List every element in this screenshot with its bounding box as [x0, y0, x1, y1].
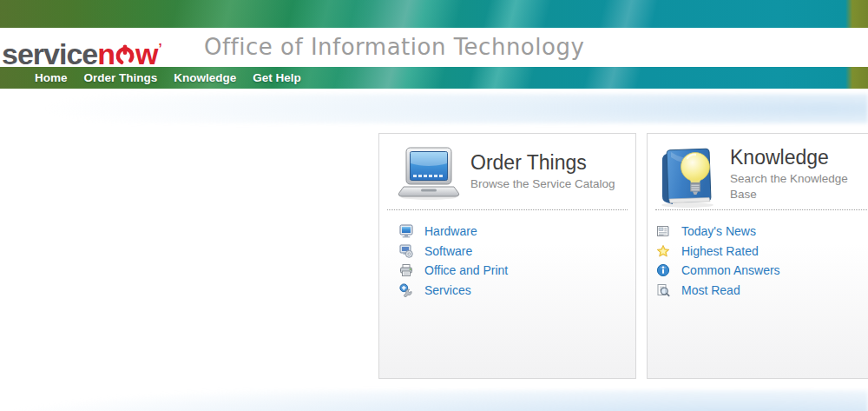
card-knowledge-header: Knowledge Search the Knowledge Base — [648, 134, 868, 209]
order-things-link-list: Hardware Software — [379, 222, 635, 300]
list-item: Hardware — [399, 222, 635, 242]
page-title: Office of Information Technology — [204, 34, 584, 60]
services-wrench-icon — [399, 283, 413, 297]
background-wisp-top — [0, 94, 868, 123]
nav-item-order-things[interactable]: Order Things — [84, 71, 158, 84]
page: servicenw’ Office of Information Technol… — [0, 0, 868, 411]
nav-item-home[interactable]: Home — [35, 71, 68, 84]
star-icon — [656, 244, 670, 258]
card-order-things-titles: Order Things Browse the Service Catalog — [470, 147, 615, 192]
software-disc-icon — [399, 244, 413, 258]
info-icon — [656, 263, 670, 277]
book-lightbulb-icon — [656, 143, 720, 213]
nav-item-get-help[interactable]: Get Help — [253, 71, 301, 84]
background-wisp-bottom — [0, 390, 868, 411]
printer-icon — [399, 263, 413, 277]
link-services[interactable]: Services — [424, 283, 471, 297]
list-item: Most Read — [656, 281, 868, 301]
logo-text-n: n — [97, 37, 115, 70]
link-todays-news[interactable]: Today's News — [681, 224, 756, 238]
card-knowledge-titles: Knowledge Search the Knowledge Base — [730, 143, 867, 202]
card-subtitle: Search the Knowledge Base — [730, 171, 867, 202]
link-common-answers[interactable]: Common Answers — [681, 263, 780, 277]
link-highest-rated[interactable]: Highest Rated — [681, 244, 759, 258]
list-item: Today's News — [656, 222, 868, 242]
list-item: Highest Rated — [656, 242, 868, 262]
logo-text-service: service — [2, 37, 97, 70]
newspaper-icon — [656, 224, 670, 238]
header-banner: servicenw’ Office of Information Technol… — [0, 0, 868, 89]
list-item: Office and Print — [399, 261, 635, 281]
list-item: Common Answers — [656, 261, 868, 281]
card-knowledge: Knowledge Search the Knowledge Base Toda… — [647, 133, 868, 379]
servicenow-logo[interactable]: servicenw’ — [2, 30, 162, 71]
knowledge-link-list: Today's News Highest Rated — [648, 222, 868, 300]
dotted-divider — [387, 209, 628, 210]
card-title: Order Things — [470, 151, 615, 175]
logo-text-w: w — [135, 37, 157, 70]
logo-strip: servicenw’ Office of Information Technol… — [0, 28, 868, 67]
top-nav: Home Order Things Knowledge Get Help — [35, 67, 301, 89]
laptop-icon — [397, 147, 461, 204]
logo-trademark: ’ — [158, 40, 161, 55]
list-item: Services — [399, 281, 635, 301]
link-most-read[interactable]: Most Read — [681, 283, 740, 297]
link-office-and-print[interactable]: Office and Print — [424, 263, 508, 277]
nav-item-knowledge[interactable]: Knowledge — [174, 71, 236, 84]
card-order-things: Order Things Browse the Service Catalog … — [378, 133, 636, 379]
link-software[interactable]: Software — [424, 244, 472, 258]
card-subtitle: Browse the Service Catalog — [470, 176, 615, 192]
monitor-icon — [399, 224, 413, 238]
list-item: Software — [399, 242, 635, 262]
link-hardware[interactable]: Hardware — [424, 224, 477, 238]
power-o-icon — [115, 38, 135, 60]
magnifier-icon — [656, 283, 670, 297]
card-title: Knowledge — [730, 146, 867, 169]
card-order-things-header: Order Things Browse the Service Catalog — [379, 134, 635, 209]
